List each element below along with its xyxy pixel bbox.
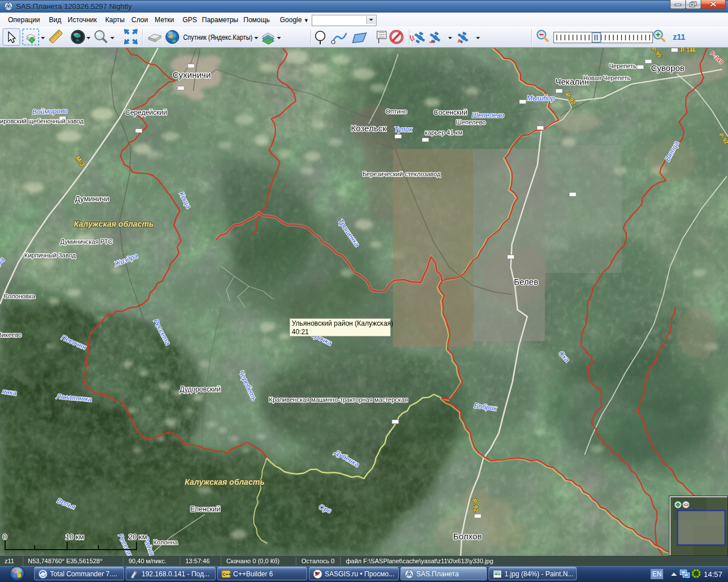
svg-text:Новая Черепеть: Новая Черепеть [583, 74, 630, 81]
svg-text:карьер 41 км: карьер 41 км [425, 129, 462, 136]
svg-text:Березический стеклозавод: Березический стеклозавод [362, 171, 441, 177]
svg-text:Черепеть: Черепеть [609, 63, 636, 69]
svg-text:z11: z11 [673, 32, 685, 41]
svg-text:Калужская область: Калужская область [185, 477, 264, 487]
svg-text:Козельск: Козельск [351, 123, 387, 133]
svg-text:10 км: 10 км [65, 533, 84, 541]
svg-text:Суворов: Суворов [651, 63, 684, 73]
svg-text:Викеево: Викеево [0, 331, 22, 338]
svg-text:Думиничская РТС: Думиничская РТС [60, 238, 113, 245]
svg-text:Спутник (Яндекс.Карты): Спутник (Яндекс.Карты) [183, 34, 253, 41]
svg-text:Белев: Белев [514, 277, 539, 286]
svg-text:Шепелево: Шепелево [472, 111, 504, 119]
svg-text:Тупик: Тупик [394, 126, 413, 134]
svg-text:Шепелево: Шепелево [456, 119, 486, 126]
svg-text:Думиничи: Думиничи [75, 194, 109, 203]
svg-text:Сухиничи: Сухиничи [172, 70, 210, 80]
svg-text:Дудоровский: Дудоровский [180, 385, 221, 393]
svg-text:Оптино: Оптино [386, 108, 407, 115]
svg-text:20 км: 20 км [129, 533, 147, 541]
svg-text:ировский щебеночный завод: ировский щебеночный завод [0, 118, 84, 124]
svg-text:Середейский: Середейский [125, 109, 167, 117]
svg-text:Калужская область: Калужская область [74, 219, 154, 228]
svg-text:Воймирово: Воймирово [32, 107, 68, 116]
svg-text:Солоновка: Солоновка [3, 293, 36, 300]
svg-text:Болхов: Болхов [453, 531, 482, 541]
svg-text:Р-146: Р-146 [681, 48, 696, 53]
svg-text:Мышбор: Мышбор [527, 94, 555, 102]
svg-text:Кирпичный Завод: Кирпичный Завод [24, 252, 76, 259]
svg-text:Крапивенская машинно-тракторна: Крапивенская машинно-тракторная мастерск… [269, 396, 408, 403]
svg-text:C++: C++ [222, 572, 231, 577]
svg-text:Еленский: Еленский [191, 505, 221, 513]
svg-text:0: 0 [3, 533, 7, 541]
svg-text:Колонна: Колонна [153, 539, 178, 546]
svg-text:Сосенский: Сосенский [433, 109, 467, 117]
